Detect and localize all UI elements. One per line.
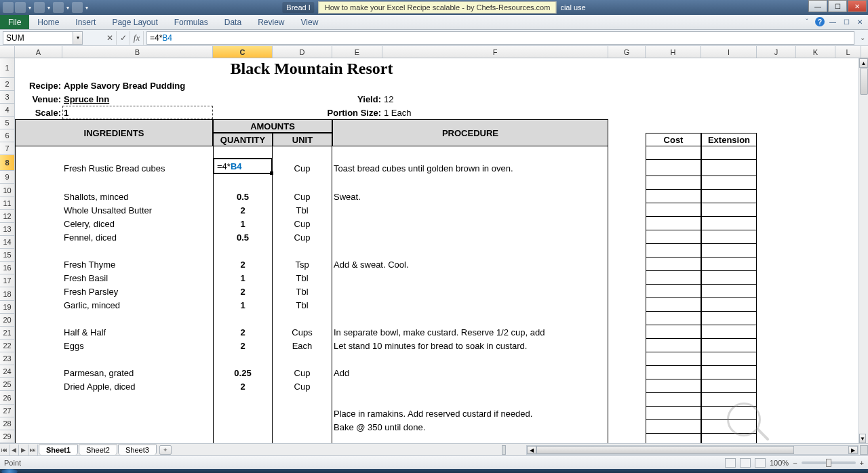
unit-cell[interactable] (273, 393, 332, 407)
row-header-5[interactable]: 5 (0, 117, 14, 129)
value-venue[interactable]: Spruce Inn (62, 92, 213, 106)
procedure-cell[interactable] (332, 217, 608, 230)
row-header-1[interactable]: 1 (0, 58, 14, 78)
row-header-28[interactable]: 28 (0, 417, 14, 430)
ingredient-cell[interactable] (62, 393, 213, 407)
ingredient-cell[interactable]: Celery, diced (62, 217, 213, 230)
workbook-close-icon[interactable]: ✕ (854, 16, 865, 27)
unit-cell[interactable]: Cup (273, 366, 332, 379)
quantity-cell[interactable]: 2 (213, 379, 273, 393)
help-icon[interactable]: ? (815, 17, 825, 26)
quantity-cell[interactable] (213, 434, 273, 443)
worksheet[interactable]: Black Mountain ResortRecipe:Apple Savory… (15, 58, 868, 443)
unit-cell[interactable]: Cup (273, 217, 332, 230)
col-header-H[interactable]: H (646, 46, 701, 58)
qat-customize-drop[interactable]: ▾ (84, 2, 90, 13)
workbook-minimize-icon[interactable]: — (827, 16, 838, 27)
quantity-cell[interactable]: 2 (213, 325, 273, 339)
quantity-cell[interactable] (213, 420, 273, 434)
ingredient-cell[interactable]: Fresh Parsley (62, 285, 213, 298)
unit-cell[interactable]: Cup (273, 230, 332, 244)
row-header-13[interactable]: 13 (0, 223, 14, 236)
row-header-6[interactable]: 6 (0, 129, 14, 142)
extension-cell[interactable] (701, 366, 757, 379)
tab-data[interactable]: Data (216, 16, 250, 29)
sheet-tab-3[interactable]: Sheet3 (118, 445, 157, 455)
row-header-21[interactable]: 21 (0, 327, 14, 340)
procedure-cell[interactable] (332, 379, 608, 393)
cost-cell[interactable] (646, 366, 701, 379)
col-header-L[interactable]: L (835, 46, 861, 58)
procedure-cell[interactable] (332, 434, 608, 443)
ingredient-cell[interactable]: Parmesan, grated (62, 366, 213, 379)
procedure-cell[interactable] (332, 393, 608, 407)
qat-icon-extra[interactable] (72, 2, 83, 13)
ingredient-cell[interactable]: Dried Apple, diced (62, 379, 213, 393)
horizontal-scrollbar[interactable]: ◀ ▶ (526, 445, 859, 455)
qat-drop-1[interactable]: ▾ (27, 2, 33, 13)
scroll-up-icon[interactable]: ▲ (859, 58, 868, 68)
redo-icon[interactable] (53, 2, 64, 13)
cancel-formula-icon[interactable]: ✕ (103, 31, 117, 45)
extension-cell[interactable] (701, 379, 757, 393)
procedure-cell[interactable]: Bake @ 350 until done. (332, 420, 608, 434)
row-header-9[interactable]: 9 (0, 171, 14, 184)
ingredient-cell[interactable]: Half & Half (62, 325, 213, 339)
col-header-B[interactable]: B (62, 46, 213, 58)
unit-cell[interactable]: Each (273, 339, 332, 352)
procedure-cell[interactable]: Add (332, 366, 608, 379)
procedure-cell[interactable] (332, 244, 608, 258)
ingredient-cell[interactable]: Fresh Rustic Bread cubes (62, 160, 213, 176)
row-header-15[interactable]: 15 (0, 249, 14, 262)
ingredient-cell[interactable]: Eggs (62, 339, 213, 352)
tab-home[interactable]: Home (29, 16, 67, 29)
quantity-cell[interactable]: 1 (213, 217, 273, 230)
tab-insert[interactable]: Insert (67, 16, 104, 29)
ingredient-cell[interactable] (62, 407, 213, 420)
unit-cell[interactable]: Cup (273, 379, 332, 393)
expand-formula-bar-icon[interactable]: ⌄ (857, 34, 868, 41)
zoom-level[interactable]: 100% (770, 459, 789, 467)
tab-page-layout[interactable]: Page Layout (104, 16, 165, 29)
row-header-10[interactable]: 10 (0, 184, 14, 197)
ingredient-cell[interactable]: Fennel, diced (62, 230, 213, 244)
row-header-23[interactable]: 23 (0, 352, 14, 365)
cost-cell[interactable] (646, 160, 701, 176)
procedure-cell[interactable] (332, 352, 608, 366)
unit-cell[interactable]: Cups (273, 325, 332, 339)
quantity-cell[interactable]: 2 (213, 203, 273, 217)
procedure-cell[interactable]: Place in ramakins. Add reserved custard … (332, 407, 608, 420)
row-header-19[interactable]: 19 (0, 301, 14, 314)
vertical-scroll-thumb[interactable] (860, 68, 868, 95)
extension-cell[interactable] (701, 146, 757, 160)
quantity-cell[interactable] (213, 312, 273, 325)
excel-icon[interactable] (3, 2, 14, 13)
row-header-25[interactable]: 25 (0, 378, 14, 391)
extension-cell[interactable] (701, 325, 757, 339)
row-header-11[interactable]: 11 (0, 197, 14, 210)
cost-cell[interactable] (646, 258, 701, 271)
procedure-cell[interactable] (332, 176, 608, 190)
col-header-G[interactable]: G (608, 46, 646, 58)
tab-review[interactable]: Review (250, 16, 292, 29)
unit-cell[interactable] (273, 312, 332, 325)
extension-cell[interactable] (701, 393, 757, 407)
file-tab[interactable]: File (0, 15, 29, 29)
extension-cell[interactable] (701, 190, 757, 203)
row-header-3[interactable]: 3 (0, 91, 14, 104)
cost-cell[interactable] (646, 312, 701, 325)
extension-cell[interactable] (701, 434, 757, 443)
quantity-cell[interactable] (213, 352, 273, 366)
procedure-cell[interactable] (332, 230, 608, 244)
page-layout-view-icon[interactable] (740, 458, 751, 468)
vertical-scrollbar[interactable]: ▲ ▼ (859, 58, 868, 443)
cost-cell[interactable] (646, 230, 701, 244)
cost-cell[interactable] (646, 190, 701, 203)
quantity-cell[interactable]: 2 (213, 339, 273, 352)
save-icon[interactable] (15, 2, 26, 13)
tab-split-handle[interactable] (502, 445, 506, 455)
unit-cell[interactable] (273, 146, 332, 160)
col-header-A[interactable]: A (15, 46, 62, 58)
select-all-corner[interactable] (0, 46, 15, 58)
row-header-27[interactable]: 27 (0, 405, 14, 417)
